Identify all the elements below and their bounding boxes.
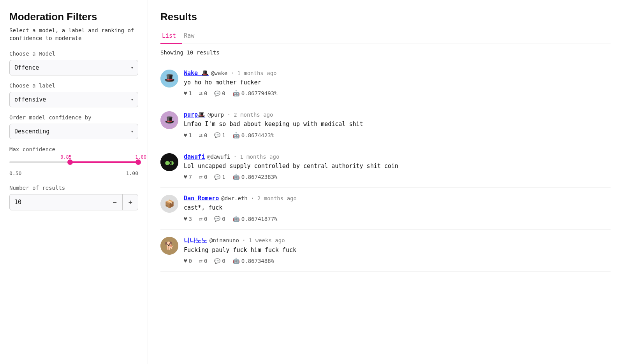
- repost-icon: ⇄: [199, 215, 202, 222]
- results-increment-button[interactable]: +: [123, 194, 138, 210]
- result-item: ●◑ dawufi @dawufi · 1 months ago Lol unc…: [160, 146, 611, 188]
- post-header: purp🎩 @purp · 2 months ago: [184, 111, 611, 118]
- results-decrement-button[interactable]: −: [107, 194, 123, 210]
- replies-count: 0: [222, 90, 225, 96]
- heart-icon: ♥: [184, 132, 187, 138]
- confidence-stat: 🤖 0.86779493%: [232, 90, 278, 97]
- confidence-stat: 🤖 0.86742383%: [232, 173, 278, 180]
- slider-fill: [70, 161, 138, 163]
- post-username[interactable]: Dan Romero: [184, 195, 219, 202]
- post-time: 1 months ago: [240, 154, 279, 160]
- svg-text:🎩: 🎩: [165, 115, 174, 124]
- confidence-value: 0.8673488%: [241, 258, 274, 264]
- result-item: 🎩 purp🎩 @purp · 2 months ago Lmfao I'm s…: [160, 104, 611, 146]
- confidence-stat: 🤖 0.8674423%: [232, 132, 274, 139]
- post-username[interactable]: dawufi: [184, 153, 205, 160]
- slider-thumb-right[interactable]: [136, 159, 141, 165]
- reply-icon: 💬: [214, 132, 220, 138]
- separator: ·: [242, 237, 246, 244]
- reposts-stat: ⇄ 0: [199, 215, 207, 222]
- post-username[interactable]: Wake 🎩: [184, 70, 209, 77]
- confidence-value: 0.86742383%: [241, 174, 278, 180]
- order-label: Order model confidence by: [9, 114, 138, 121]
- label-label: Choose a label: [9, 82, 138, 89]
- showing-count: Showing 10 results: [160, 49, 611, 56]
- result-item: 📦 Dan Romero @dwr.eth · 2 months ago cas…: [160, 188, 611, 230]
- replies-count: 0: [222, 258, 225, 264]
- result-item: 🐕 니나노노 @ninanuno · 1 weeks ago Fucking p…: [160, 230, 611, 272]
- post-stats: ♥ 1 ⇄ 0 💬 1 🤖 0.8674423%: [184, 132, 611, 139]
- post-text: Lol uncapped supply controlled by centra…: [184, 162, 611, 171]
- reply-icon: 💬: [214, 258, 220, 264]
- separator: ·: [251, 195, 254, 202]
- confidence-value: 0.86741877%: [241, 216, 278, 222]
- separator: ·: [233, 153, 237, 160]
- slider-track: 0.85 1.00: [9, 161, 138, 163]
- confidence-value: 0.86779493%: [241, 90, 278, 96]
- slider-max: 1.00: [126, 170, 138, 176]
- confidence-label: Max confidence: [9, 146, 138, 152]
- replies-count: 0: [222, 216, 225, 222]
- heart-icon: ♥: [184, 174, 187, 180]
- post-body: dawufi @dawufi · 1 months ago Lol uncapp…: [184, 153, 611, 181]
- post-handle: @purp: [208, 112, 224, 118]
- likes-stat: ♥ 3: [184, 216, 192, 222]
- post-body: 니나노노 @ninanuno · 1 weeks ago Fucking pau…: [184, 237, 611, 265]
- bot-icon: 🤖: [232, 173, 240, 180]
- replies-count: 1: [222, 132, 225, 138]
- tab-list[interactable]: List: [160, 30, 182, 44]
- likes-stat: ♥ 1: [184, 90, 192, 96]
- repost-icon: ⇄: [199, 173, 202, 180]
- reposts-stat: ⇄ 0: [199, 173, 207, 180]
- slider-right-value: 1.00: [135, 154, 146, 160]
- likes-count: 0: [188, 258, 192, 264]
- post-body: Wake 🎩 @wake · 1 months ago yo ho ho mot…: [184, 70, 611, 97]
- reply-icon: 💬: [214, 216, 220, 222]
- likes-count: 7: [188, 174, 192, 180]
- slider-track-container[interactable]: 0.85 1.00: [9, 156, 138, 168]
- post-username[interactable]: 니나노노: [184, 237, 207, 244]
- order-select[interactable]: Descending Ascending: [9, 124, 138, 139]
- avatar: 🎩: [160, 111, 178, 129]
- repost-icon: ⇄: [199, 132, 202, 139]
- likes-count: 1: [188, 90, 192, 96]
- results-label: Number of results: [9, 185, 138, 191]
- post-time: 2 months ago: [257, 195, 297, 201]
- label-select[interactable]: offensive not offensive neutral: [9, 92, 138, 107]
- bot-icon: 🤖: [232, 132, 240, 139]
- sidebar: Moderation Filters Select a model, a lab…: [0, 0, 148, 364]
- likes-stat: ♥ 7: [184, 174, 192, 180]
- replies-stat: 💬 0: [214, 216, 225, 222]
- post-text: cast*, fuck: [184, 203, 611, 212]
- replies-stat: 💬 1: [214, 174, 225, 180]
- post-stats: ♥ 7 ⇄ 0 💬 1 🤖 0.86742383%: [184, 173, 611, 180]
- avatar: 🎩: [160, 70, 178, 88]
- confidence-stat: 🤖 0.8673488%: [232, 257, 274, 264]
- post-header: 니나노노 @ninanuno · 1 weeks ago: [184, 237, 611, 244]
- post-time: 1 months ago: [237, 70, 276, 76]
- reposts-count: 0: [204, 216, 207, 222]
- bot-icon: 🤖: [232, 215, 240, 222]
- svg-text:🐕: 🐕: [165, 241, 174, 250]
- post-time: 1 weeks ago: [249, 237, 285, 243]
- reply-icon: 💬: [214, 174, 220, 180]
- replies-stat: 💬 0: [214, 90, 225, 96]
- likes-stat: ♥ 0: [184, 258, 192, 264]
- post-stats: ♥ 3 ⇄ 0 💬 0 🤖 0.86741877%: [184, 215, 611, 222]
- post-header: Dan Romero @dwr.eth · 2 months ago: [184, 195, 611, 202]
- model-select[interactable]: Offence Toxicity Spam Sentiment: [9, 60, 138, 75]
- post-handle: @wake: [211, 70, 227, 76]
- heart-icon: ♥: [184, 90, 187, 96]
- bot-icon: 🤖: [232, 257, 240, 264]
- slider-thumb-left[interactable]: [67, 159, 73, 165]
- replies-stat: 💬 1: [214, 132, 225, 138]
- reposts-stat: ⇄ 0: [199, 257, 207, 264]
- results-list: 🎩 Wake 🎩 @wake · 1 months ago yo ho ho m…: [160, 63, 611, 272]
- post-body: purp🎩 @purp · 2 months ago Lmfao I'm so …: [184, 111, 611, 139]
- post-handle: @dwr.eth: [221, 195, 247, 201]
- reposts-stat: ⇄ 0: [199, 132, 207, 139]
- tab-raw[interactable]: Raw: [182, 30, 201, 44]
- post-stats: ♥ 1 ⇄ 0 💬 0 🤖 0.86779493%: [184, 90, 611, 97]
- likes-stat: ♥ 1: [184, 132, 192, 138]
- post-username[interactable]: purp🎩: [184, 111, 205, 118]
